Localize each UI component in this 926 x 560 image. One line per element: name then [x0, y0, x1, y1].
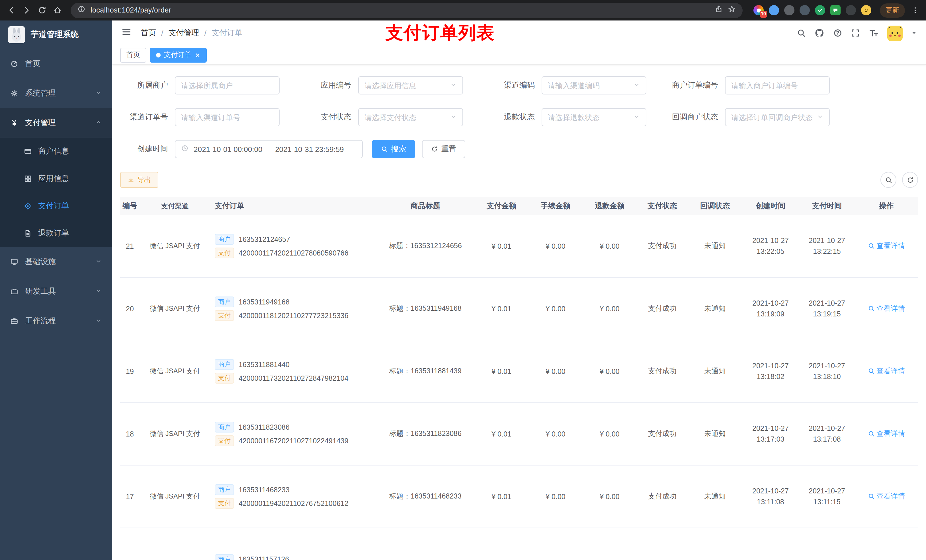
site-info-icon[interactable] — [77, 5, 85, 15]
fullscreen-icon[interactable] — [851, 29, 860, 38]
browser-back-icon[interactable] — [7, 6, 16, 15]
sidebar-item-system[interactable]: 系统管理 — [0, 78, 112, 108]
browser-update-button[interactable]: 更新 — [880, 3, 905, 17]
search-button[interactable]: 搜索 — [372, 140, 415, 158]
extension-chat-icon[interactable] — [830, 5, 841, 15]
column-header-fee: 手续金额 — [528, 201, 583, 211]
view-detail-link[interactable]: 查看详情 — [868, 429, 905, 439]
caret-down-icon[interactable] — [911, 30, 917, 36]
sidebar-item-label: 商户信息 — [38, 146, 69, 157]
view-detail-link[interactable]: 查看详情 — [868, 367, 905, 376]
chevron-down-icon — [450, 112, 457, 122]
active-dot — [156, 53, 160, 57]
tab-pay-order[interactable]: 支付订单 — [150, 48, 207, 62]
notify-status-input[interactable] — [731, 113, 816, 122]
avatar[interactable] — [887, 25, 903, 41]
close-icon[interactable] — [195, 52, 200, 58]
reset-button[interactable]: 重置 — [422, 140, 465, 158]
bookmark-star-icon[interactable] — [728, 5, 736, 15]
browser-reload-icon[interactable] — [38, 6, 47, 15]
address-bar[interactable]: localhost:1024/pay/order — [71, 3, 743, 18]
filter-label-merchant-order-no: 商户订单编号 — [670, 80, 725, 91]
column-header-create-time: 创建时间 — [742, 201, 799, 211]
merchant-input[interactable] — [181, 81, 273, 90]
filter-label-notify-status: 回调商户状态 — [670, 112, 725, 122]
breadcrumb-separator: / — [161, 29, 163, 37]
extension-colorful-icon[interactable]: 10 — [754, 5, 764, 15]
refund-status-input[interactable] — [548, 113, 632, 122]
breadcrumb-current: 支付订单 — [212, 28, 242, 38]
hamburger-icon[interactable] — [121, 27, 132, 39]
filter-label-channel-order-no: 渠道订单号 — [120, 112, 175, 122]
extension-circle-icon[interactable] — [784, 5, 794, 15]
search-icon[interactable] — [797, 29, 806, 38]
pay-status-input[interactable] — [365, 113, 449, 122]
search-icon — [868, 243, 875, 249]
sidebar-item-label: 研发工具 — [25, 286, 56, 296]
browser-toolbar: localhost:1024/pay/order 10 更新 — [0, 0, 926, 21]
merchant-order-no-input[interactable] — [731, 81, 823, 90]
refund-status-select[interactable] — [542, 108, 646, 126]
help-icon[interactable] — [833, 29, 842, 38]
sidebar-item-label: 工作流程 — [25, 316, 56, 326]
column-header-action: 操作 — [855, 201, 918, 211]
channel-order-no-input[interactable] — [181, 113, 273, 122]
share-icon[interactable] — [715, 5, 723, 15]
extension-circle2-icon[interactable] — [800, 5, 810, 15]
sidebar-menu: 首页 系统管理 支付管理 商户信息 — [0, 49, 112, 336]
sidebar-item-refund-order[interactable]: 退款订单 — [0, 220, 112, 247]
workflow-icon — [10, 317, 18, 325]
chevron-down-icon — [817, 112, 823, 122]
view-detail-link[interactable]: 查看详情 — [868, 241, 905, 251]
column-header-order: 支付订单 — [210, 201, 377, 211]
app-select[interactable] — [358, 76, 463, 95]
export-button[interactable]: 导出 — [120, 172, 158, 188]
sidebar-item-home[interactable]: 首页 — [0, 49, 112, 78]
page-annotation: 支付订单列表 — [386, 21, 495, 45]
extension-check-icon[interactable] — [815, 5, 825, 15]
sidebar-item-dev-tools[interactable]: 研发工具 — [0, 276, 112, 306]
chevron-down-icon — [633, 112, 640, 122]
extension-smiley-icon[interactable] — [861, 5, 872, 15]
breadcrumb-home[interactable]: 首页 — [141, 28, 156, 38]
extension-pin-icon[interactable] — [846, 5, 856, 15]
breadcrumb-separator: / — [204, 29, 207, 37]
sidebar-item-workflow[interactable]: 工作流程 — [0, 306, 112, 336]
top-navbar: 首页 / 支付管理 / 支付订单 支付订单列表 — [112, 21, 926, 45]
browser-forward-icon[interactable] — [22, 6, 31, 15]
pay-status-select[interactable] — [358, 108, 463, 126]
refresh-table-button[interactable] — [902, 172, 918, 188]
view-detail-link[interactable]: 查看详情 — [868, 492, 905, 501]
sidebar-item-payment[interactable]: 支付管理 — [0, 108, 112, 138]
channel-code-select[interactable] — [542, 76, 646, 95]
font-size-icon[interactable] — [869, 28, 879, 38]
payment-submenu: 商户信息 应用信息 支付订单 退款订单 — [0, 138, 112, 247]
merchant-order-no-field[interactable] — [725, 76, 830, 95]
github-icon[interactable] — [814, 28, 825, 38]
breadcrumb-payment[interactable]: 支付管理 — [169, 28, 199, 38]
merchant-badge: 商户 — [215, 234, 234, 245]
sidebar-item-app-info[interactable]: 应用信息 — [0, 165, 112, 192]
chevron-down-icon — [95, 317, 102, 325]
monitor-icon — [10, 258, 18, 266]
browser-home-icon[interactable] — [53, 6, 62, 15]
date-range-picker[interactable]: 2021-10-01 00:00:00 - 2021-10-31 23:59:5… — [175, 140, 363, 158]
app-input[interactable] — [365, 81, 449, 90]
channel-code-input[interactable] — [548, 81, 632, 90]
sidebar-item-infrastructure[interactable]: 基础设施 — [0, 247, 112, 276]
sidebar-item-merchant-info[interactable]: 商户信息 — [0, 138, 112, 165]
navbar-actions — [797, 25, 917, 41]
date-start: 2021-10-01 00:00:00 — [194, 145, 262, 153]
search-icon — [381, 146, 388, 152]
merchant-select[interactable] — [175, 76, 280, 95]
sidebar-item-pay-order[interactable]: 支付订单 — [0, 192, 112, 220]
tab-home[interactable]: 首页 — [120, 48, 146, 62]
browser-menu-kebab-icon[interactable] — [911, 6, 919, 14]
table-row: 20 微信 JSAPI 支付 商户1635311949168 支付4200001… — [120, 278, 918, 340]
toggle-search-button[interactable] — [881, 172, 896, 188]
view-detail-link[interactable]: 查看详情 — [868, 304, 905, 314]
channel-order-no-field[interactable] — [175, 108, 280, 126]
search-icon — [868, 430, 875, 437]
extension-drop-icon[interactable] — [769, 5, 779, 15]
notify-status-select[interactable] — [725, 108, 830, 126]
